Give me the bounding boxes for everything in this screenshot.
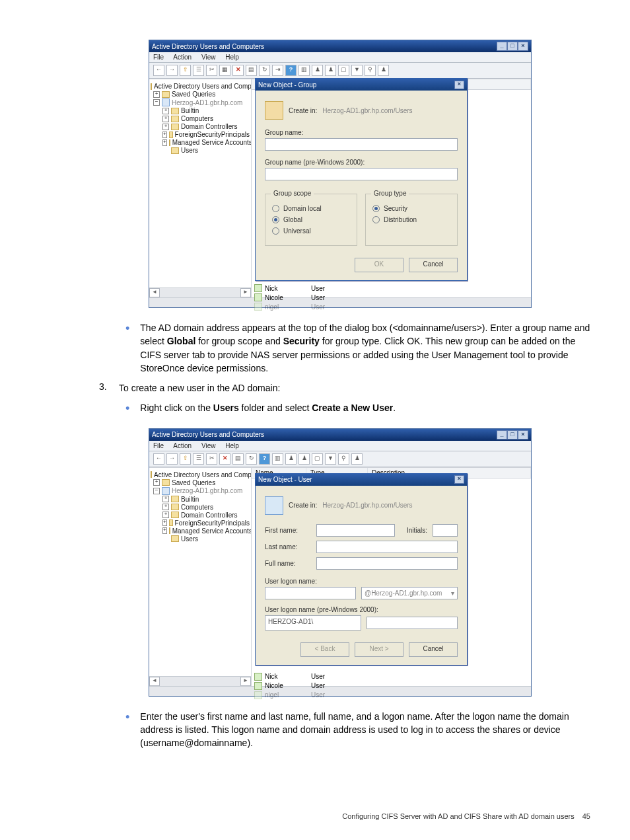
- dialog-close-icon[interactable]: ×: [454, 475, 464, 484]
- type-distribution[interactable]: Distribution: [372, 216, 450, 223]
- tree-computers[interactable]: +Computers: [151, 504, 250, 511]
- list-item[interactable]: NicoleUser: [252, 293, 531, 302]
- close-button[interactable]: ×: [518, 430, 528, 439]
- menu-file[interactable]: File: [153, 54, 164, 61]
- ou-icon[interactable]: ▢: [312, 453, 323, 465]
- menu-help[interactable]: Help: [225, 442, 239, 449]
- up-icon[interactable]: ⇧: [180, 65, 191, 76]
- menu-file[interactable]: File: [153, 442, 164, 449]
- scroll-right-icon[interactable]: ►: [240, 288, 251, 297]
- forward-icon[interactable]: →: [166, 65, 178, 76]
- back-button[interactable]: < Back: [300, 642, 349, 657]
- tree-builtin[interactable]: +Builtin: [151, 496, 250, 503]
- container-icon[interactable]: ▥: [298, 65, 310, 76]
- up-icon[interactable]: ⇧: [180, 453, 191, 465]
- tree-root[interactable]: Active Directory Users and Comput: [151, 83, 250, 90]
- back-icon[interactable]: ←: [153, 453, 164, 465]
- tree-dc[interactable]: +Domain Controllers: [151, 512, 250, 519]
- container-icon[interactable]: ▥: [272, 453, 283, 465]
- next-button[interactable]: Next >: [355, 642, 403, 657]
- tree-computers[interactable]: +Computers: [151, 115, 250, 122]
- find-icon[interactable]: ⚲: [365, 65, 376, 76]
- tree-saved[interactable]: +Saved Queries: [151, 479, 250, 486]
- menu-help[interactable]: Help: [225, 54, 239, 61]
- logon-name-input[interactable]: [265, 587, 356, 599]
- dialog-close-icon[interactable]: ×: [454, 81, 464, 89]
- ok-button[interactable]: OK: [355, 258, 403, 272]
- tree-domain[interactable]: −Herzog-AD1.gbr.hp.com: [151, 487, 250, 495]
- back-icon[interactable]: ←: [153, 65, 164, 76]
- filter-icon[interactable]: ▼: [351, 65, 363, 76]
- initials-input[interactable]: [433, 524, 458, 537]
- copy-icon[interactable]: ▦: [219, 65, 230, 76]
- scope-universal[interactable]: Universal: [272, 227, 350, 235]
- scroll-left-icon[interactable]: ◄: [149, 677, 160, 686]
- tree-msa[interactable]: +Managed Service Accounts: [151, 527, 250, 535]
- menu-action[interactable]: Action: [173, 442, 192, 449]
- close-button[interactable]: ×: [518, 42, 528, 51]
- logon-pre-domain: HERZOG-AD1\: [265, 615, 361, 630]
- list-icon[interactable]: ☰: [193, 65, 204, 76]
- list-item[interactable]: nigelUser: [252, 691, 531, 700]
- props-icon[interactable]: ▤: [246, 65, 257, 76]
- export-icon[interactable]: ⇥: [272, 65, 283, 76]
- list-icon[interactable]: ☰: [193, 453, 204, 465]
- group-name-pre-input[interactable]: [265, 168, 458, 180]
- group-name-input[interactable]: [265, 138, 458, 151]
- list-item[interactable]: NickUser: [252, 672, 531, 681]
- find-icon[interactable]: ⚲: [338, 453, 349, 465]
- menu-action[interactable]: Action: [173, 54, 192, 61]
- tree-saved[interactable]: +Saved Queries: [151, 91, 250, 98]
- group-icon[interactable]: ♟: [325, 65, 336, 76]
- list-item[interactable]: nigelUser: [252, 302, 531, 311]
- chevron-down-icon: ▾: [451, 590, 454, 597]
- group-icon[interactable]: ♟: [298, 453, 310, 465]
- full-name-input[interactable]: [316, 557, 458, 570]
- tree-dc[interactable]: +Domain Controllers: [151, 123, 250, 130]
- first-name-input[interactable]: [316, 524, 395, 537]
- refresh-icon[interactable]: ↻: [259, 65, 270, 76]
- tree-root[interactable]: Active Directory Users and Comput: [151, 471, 250, 478]
- last-name-input[interactable]: [316, 541, 458, 553]
- scope-global[interactable]: Global: [272, 216, 350, 223]
- delete-icon[interactable]: ✕: [232, 65, 244, 76]
- help-icon[interactable]: ?: [259, 453, 270, 465]
- tree-domain[interactable]: −Herzog-AD1.gbr.hp.com: [151, 98, 250, 106]
- scroll-left-icon[interactable]: ◄: [149, 288, 160, 297]
- minimize-button[interactable]: _: [497, 430, 507, 439]
- logon-pre-input[interactable]: [367, 617, 458, 629]
- user-icon[interactable]: ♟: [312, 65, 323, 76]
- cut-icon[interactable]: ✂: [206, 65, 217, 76]
- menu-view[interactable]: View: [201, 442, 216, 449]
- list-item[interactable]: NickUser: [252, 284, 531, 293]
- cut-icon[interactable]: ✂: [206, 453, 217, 465]
- cancel-button[interactable]: Cancel: [409, 642, 458, 657]
- tree-msa[interactable]: +Managed Service Accounts: [151, 139, 250, 146]
- filter-icon[interactable]: ▼: [325, 453, 336, 465]
- user-icon[interactable]: ♟: [285, 453, 297, 465]
- cancel-button[interactable]: Cancel: [409, 258, 458, 272]
- maximize-button[interactable]: □: [507, 42, 518, 51]
- props-icon[interactable]: ▤: [232, 453, 244, 465]
- tree-builtin[interactable]: +Builtin: [151, 107, 250, 114]
- extra-icon[interactable]: ♟: [378, 65, 389, 76]
- type-security[interactable]: Security: [372, 205, 450, 212]
- maximize-button[interactable]: □: [507, 430, 518, 439]
- help-icon[interactable]: ?: [285, 65, 297, 76]
- tree-fsp[interactable]: +ForeignSecurityPrincipals: [151, 519, 250, 527]
- logon-domain-select[interactable]: @Herzog-AD1.gbr.hp.com▾: [361, 587, 458, 599]
- ou-icon[interactable]: ▢: [338, 65, 349, 76]
- group-large-icon: [265, 101, 283, 120]
- tree-fsp[interactable]: +ForeignSecurityPrincipals: [151, 131, 250, 138]
- tree-users[interactable]: Users: [151, 535, 250, 543]
- tree-users[interactable]: Users: [151, 147, 250, 154]
- extra-icon[interactable]: ♟: [351, 453, 363, 465]
- forward-icon[interactable]: →: [166, 453, 178, 465]
- delete-icon[interactable]: ✕: [219, 453, 230, 465]
- scope-domain-local[interactable]: Domain local: [272, 205, 350, 212]
- refresh-icon[interactable]: ↻: [246, 453, 257, 465]
- list-item[interactable]: NicoleUser: [252, 681, 531, 691]
- scroll-right-icon[interactable]: ►: [240, 677, 251, 686]
- minimize-button[interactable]: _: [497, 42, 507, 51]
- menu-view[interactable]: View: [201, 54, 216, 61]
